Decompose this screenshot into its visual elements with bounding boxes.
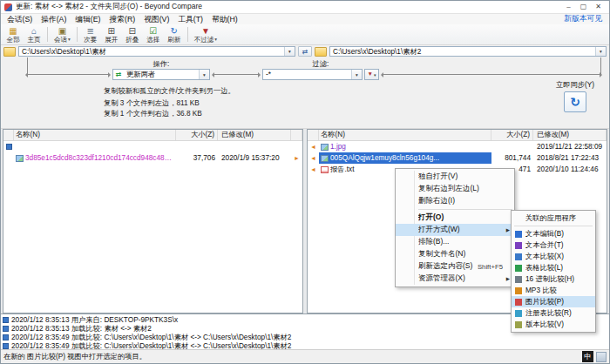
file-name-cell[interactable]: 005QAlQqjw1emuy8cln56g104g... (319, 152, 491, 164)
panel-marker-icon (6, 144, 12, 150)
menu-items: 会话(S)操作(A)编辑(E)搜索(R)视图(V)工具(T)帮助(H) (3, 14, 242, 24)
submenu-item[interactable]: 表格比较(L) (512, 262, 595, 273)
menu-item[interactable]: 搜索(R) (105, 14, 140, 24)
update-both-icon: ⇄ (113, 70, 124, 79)
column-header-size[interactable]: 大小(Z) (176, 130, 218, 140)
minimize-button[interactable]: – (561, 1, 576, 13)
menu-item[interactable]: 帮助(H) (207, 14, 242, 24)
statusbar: 在新的 图片比较(P) 视图中打开选定的项目。 中 (1, 349, 609, 363)
sync-now-button[interactable]: ↻ (564, 91, 586, 112)
file-name: 005QAlQqjw1emuy8cln56g104g... (330, 154, 439, 162)
toolbar-button[interactable]: ↻ 刷新▾ (164, 25, 185, 44)
copy-direction-arrow[interactable]: ► (291, 152, 302, 164)
menu-item[interactable]: 操作(A) (37, 14, 71, 24)
file-name-cell[interactable]: 1.jpg (319, 141, 491, 152)
close-button[interactable]: ✕ (591, 1, 606, 13)
ime-indicator[interactable]: 中 (582, 351, 593, 362)
right-panel-header: 名称(N) 大小(Z) 已修改(M) (308, 130, 607, 141)
column-header-name[interactable]: 名称(N) (14, 130, 176, 140)
submenu-item-label: 文本编辑(B) (525, 229, 564, 239)
chevron-down-icon[interactable]: ▾ (284, 47, 295, 56)
context-menu-item[interactable]: 打开(O) ▶ (396, 212, 514, 224)
log-entry-icon (3, 334, 9, 340)
toolbar-button-label: 不过滤 (194, 36, 214, 44)
submenu-item[interactable]: 文本编辑(B) (512, 228, 595, 239)
right-path-combobox[interactable]: C:\Users\x\Desktop\1\素材2 ▾ (329, 46, 607, 57)
context-menu-item[interactable]: 刷新选定内容(S) Shift+F5 ▶ (396, 260, 514, 273)
submenu-item[interactable]: 文本合并(T) (512, 239, 595, 251)
toolbar-button[interactable]: ▦ 全部▾ (3, 25, 24, 44)
left-path-combobox[interactable]: C:\Users\x\Desktop\1\素材 ▾ (18, 46, 295, 57)
submenu-item-label: 表格比较(L) (525, 263, 563, 273)
toolbar-button[interactable]: ▼ 不过滤▾ (191, 25, 220, 44)
toolbar-button-icon: ☑ (149, 26, 157, 36)
table-row[interactable]: ◄ 005QAlQqjw1emuy8cln56g104g... 801,744 … (308, 152, 607, 164)
menu-item-label: 复制文件名(N) (418, 249, 498, 260)
file-name-cell[interactable] (14, 141, 176, 152)
submenu-item-label: 文本比较(X) (525, 252, 564, 261)
submenu-item[interactable]: 文本比较(X) (512, 251, 595, 262)
column-header-modified[interactable]: 已修改(M) (218, 130, 291, 140)
toolbar-button[interactable]: ⊟ 折叠▾ (122, 25, 143, 44)
context-menu-item[interactable]: 资源管理器(X) ▶ (396, 273, 514, 285)
submenu-item[interactable]: 版本比较(V) (512, 319, 595, 330)
sync-direction-arrow (383, 74, 600, 75)
maximize-button[interactable]: ▢ (576, 1, 591, 13)
toolbar-button[interactable]: ⌂ 主页▾ (24, 25, 44, 44)
toolbar-button-label: 刷新 (167, 36, 180, 44)
chevron-down-icon[interactable]: ▾ (351, 70, 362, 79)
submenu-item[interactable]: 图片比较(P) (512, 296, 595, 307)
menu-item[interactable]: 工具(T) (173, 14, 207, 24)
submenu-item[interactable]: 注册表比较(R) (512, 307, 595, 319)
chevron-down-icon[interactable]: ▾ (595, 47, 606, 56)
menu-item[interactable]: 编辑(E) (71, 14, 105, 24)
menu-item-shortcut: Shift+F5 (478, 263, 503, 271)
swap-sides-button[interactable]: ⇄ (298, 46, 312, 57)
file-size: 37,706 (176, 154, 218, 162)
path-row: C:\Users\x\Desktop\1\素材 ▾ ⇄ C:\Users\x\D… (1, 45, 609, 57)
context-menu-item[interactable]: 独自打开(V) ▶ (396, 171, 514, 183)
table-row[interactable]: ◄ 1.jpg 2019/11/21 22:58:09 (308, 141, 607, 152)
toolbar-button[interactable]: ▣ 会话▾ (51, 25, 74, 44)
language-bar-icon[interactable] (596, 352, 607, 362)
chevron-down-icon[interactable]: ▾ (199, 70, 209, 79)
toolbar-button[interactable]: ▾ (77, 27, 78, 42)
tool-icon (515, 242, 522, 249)
browse-right-folder-button[interactable] (315, 47, 327, 57)
browse-left-folder-button[interactable] (3, 47, 16, 57)
file-modified: 2020/1/10 11:24:46 (533, 165, 607, 173)
submenu-item[interactable]: 关联的应用程序 (512, 212, 595, 224)
column-header-name[interactable]: 名称(N) (319, 130, 491, 140)
menu-item[interactable]: 会话(S) (3, 14, 37, 24)
menu-item-label: 排除(B)... (418, 237, 498, 247)
submenu-item[interactable]: 16 进制比较(H) (512, 273, 595, 285)
toolbar-button[interactable]: ☑ 选择▾ (143, 25, 164, 44)
table-row[interactable]: 3d85e1c5dcd8c323df1210cd174ccd948c4875ce… (3, 152, 302, 164)
new-version-link[interactable]: 新版本可见 (564, 14, 607, 24)
toolbar-button-label: 选择 (146, 36, 159, 44)
context-menu-item[interactable]: 复制文件名(N) ▶ (396, 248, 514, 260)
context-menu-item[interactable]: 复制右边到左边(L) ▶ (396, 183, 514, 195)
toolbar-button-icon: ▦ (9, 26, 17, 36)
copy-direction-arrow[interactable]: ◄ (308, 164, 319, 175)
table-row[interactable] (3, 141, 302, 152)
file-name-cell[interactable]: 3d85e1c5dcd8c323df1210cd174ccd948c4875ce… (14, 152, 176, 164)
column-header-modified[interactable]: 已修改(M) (533, 130, 607, 140)
toolbar-button[interactable]: ▾ (47, 27, 48, 42)
file-type-icon (321, 155, 329, 162)
context-menu-item[interactable]: 删除右边(I) ▶ (396, 195, 514, 207)
toolbar-button[interactable]: ▾ (187, 27, 188, 42)
toolbar-button[interactable]: ⊞ 展开▾ (101, 25, 122, 44)
toolbar-button[interactable]: ≣ 次要▾ (80, 25, 101, 44)
toolbar-button-icon: ▣ (58, 26, 66, 36)
context-menu-item[interactable]: 打开方式(W) ▶ (396, 224, 514, 236)
menu-item[interactable]: 视图(V) (139, 14, 173, 24)
copy-direction-arrow[interactable]: ◄ (308, 152, 319, 164)
action-combobox[interactable]: ⇄ 更新两者 ▾ (112, 69, 210, 80)
copy-direction-arrow[interactable]: ◄ (308, 141, 319, 152)
submenu-item[interactable]: MP3 比较 (512, 285, 595, 296)
column-header-size[interactable]: 大小(Z) (491, 130, 533, 140)
filter-funnel-button[interactable]: ▼ ▾ (364, 69, 379, 80)
filter-combobox[interactable]: -* ▾ (262, 69, 363, 80)
context-menu-item[interactable]: 排除(B)... ▶ (396, 236, 514, 248)
